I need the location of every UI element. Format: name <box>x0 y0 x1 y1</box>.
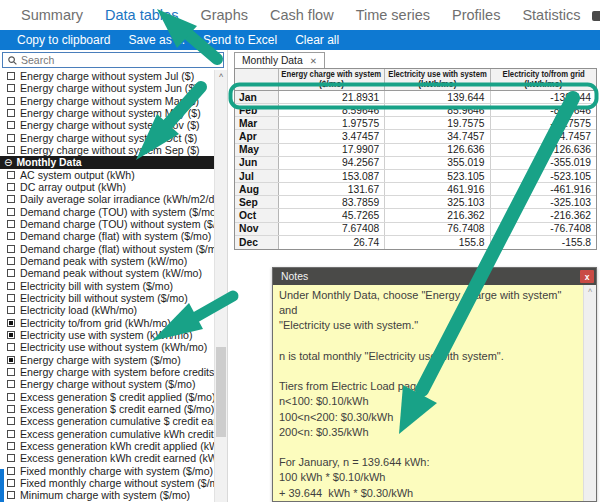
checkbox[interactable] <box>7 343 15 351</box>
save-as-button[interactable]: Save as ... <box>119 33 194 47</box>
checkbox[interactable] <box>7 491 15 499</box>
list-scrollbar[interactable]: ˄ <box>214 70 227 502</box>
list-item[interactable]: Excess generation cumulative kWh credit … <box>0 428 214 440</box>
list-item[interactable]: Energy charge without system ($/mo) <box>0 378 214 390</box>
list-item[interactable]: Energy charge with system ($/mo) <box>0 354 214 366</box>
notes-text-area[interactable]: Under Monthly Data, choose "Energy charg… <box>273 285 583 501</box>
menu-data-tables[interactable]: Data tables <box>94 7 189 23</box>
copy-to-clipboard-button[interactable]: Copy to clipboard <box>8 33 119 47</box>
menu-graphs[interactable]: Graphs <box>189 7 259 23</box>
list-item-label: Energy charge with system ($/mo) <box>20 354 181 366</box>
list-item[interactable]: Energy charge without system Nov ($) <box>0 119 214 131</box>
checkbox[interactable] <box>7 282 15 290</box>
list-item[interactable]: Demand peak with system (kW/mo) <box>0 255 214 267</box>
checkbox[interactable] <box>7 306 15 314</box>
list-item[interactable]: Minimum charge with system ($/mo) <box>0 489 214 501</box>
tab-monthly-data[interactable]: Monthly Data ✕ <box>234 52 325 68</box>
notes-scrollbar[interactable]: ˄ <box>583 285 596 501</box>
monthly-data-table[interactable]: Energy charge with system ($/mo) Electri… <box>234 68 597 250</box>
checkbox[interactable] <box>7 479 15 487</box>
checkbox[interactable] <box>7 294 15 302</box>
checkbox[interactable] <box>7 430 15 438</box>
menu-summary[interactable]: Summary <box>10 7 94 23</box>
list-item[interactable]: Excess generation $ credit applied ($/mo… <box>0 391 214 403</box>
checkbox[interactable] <box>7 97 15 105</box>
menu-time-series[interactable]: Time series <box>345 7 441 23</box>
checkbox[interactable] <box>7 245 15 253</box>
list-item[interactable]: Electricity load (kWh/mo) <box>0 304 214 316</box>
checkbox[interactable] <box>7 72 15 80</box>
list-item[interactable]: Demand peak without system (kW/mo) <box>0 267 214 279</box>
scroll-up-icon[interactable]: ˄ <box>215 70 227 82</box>
menu-profiles[interactable]: Profiles <box>441 7 511 23</box>
list-item[interactable]: Energy charge without system Sep ($) <box>0 144 214 156</box>
list-item[interactable]: Demand charge (flat) without system ($/m… <box>0 243 214 255</box>
list-item[interactable]: Electricity bill without system ($/mo) <box>0 292 214 304</box>
menu-cash-flow[interactable]: Cash flow <box>259 7 345 23</box>
clear-all-button[interactable]: Clear all <box>286 33 348 47</box>
checkbox[interactable] <box>7 146 15 154</box>
scroll-up-icon[interactable]: ˄ <box>584 285 596 297</box>
list-item[interactable]: Energy charge without system Jun ($) <box>0 82 214 94</box>
list-item[interactable]: Fixed monthly charge with system ($/mo) <box>0 465 214 477</box>
list-item[interactable]: Energy charge without system May ($) <box>0 107 214 119</box>
list-item[interactable]: DC array output (kWh) <box>0 181 214 193</box>
checkbox[interactable] <box>7 134 15 142</box>
list-item[interactable]: Electricity use with system (kWh/mo) <box>0 329 214 341</box>
list-item[interactable]: Electricity to/from grid (kWh/mo) <box>0 317 214 329</box>
list-item[interactable]: Demand charge (TOU) without system ($/mo… <box>0 218 214 230</box>
menu-statistics[interactable]: Statistics <box>511 7 591 23</box>
list-item[interactable]: Daily average solar irradiance (kWh/m2/d… <box>0 193 214 205</box>
variable-list[interactable]: Energy charge without system Jul ($) Ene… <box>0 70 214 502</box>
checkbox[interactable] <box>7 183 15 191</box>
list-item[interactable]: Electricity bill with system ($/mo) <box>0 280 214 292</box>
checkbox[interactable] <box>7 220 15 228</box>
search-box[interactable] <box>2 52 224 68</box>
checkbox[interactable] <box>7 121 15 129</box>
checkbox[interactable] <box>7 257 15 265</box>
checkbox[interactable] <box>7 331 15 339</box>
checkbox[interactable] <box>7 380 15 388</box>
list-item[interactable]: Demand charge (TOU) with system ($/mo) <box>0 206 214 218</box>
list-item[interactable]: Demand charge (flat) with system ($/mo) <box>0 230 214 242</box>
list-item[interactable]: Fixed monthly charge without system ($/m… <box>0 477 214 489</box>
checkbox[interactable] <box>7 393 15 401</box>
checkbox[interactable] <box>7 368 15 376</box>
checkbox[interactable] <box>7 454 15 462</box>
checkbox[interactable] <box>7 405 15 413</box>
checkbox[interactable] <box>7 319 15 327</box>
search-input[interactable] <box>21 54 223 66</box>
tab-close-icon[interactable]: ✕ <box>310 56 317 66</box>
list-item[interactable]: Energy charge without system Mar ($) <box>0 95 214 107</box>
list-item[interactable]: Electricity use without system (kWh/mo) <box>0 341 214 353</box>
cell-electricity-grid: -76.7408 <box>491 223 596 235</box>
list-item[interactable]: Excess generation kWh credit applied (kW… <box>0 440 214 452</box>
checkbox[interactable] <box>7 467 15 475</box>
checkbox[interactable] <box>7 171 15 179</box>
collapse-icon[interactable]: ⊖ <box>4 157 12 168</box>
checkbox[interactable] <box>7 269 15 277</box>
list-item[interactable]: AC system output (kWh) <box>0 169 214 181</box>
scrollbar-thumb[interactable] <box>216 347 226 437</box>
list-item[interactable]: Energy charge with system before credits… <box>0 366 214 378</box>
checkbox[interactable] <box>7 417 15 425</box>
list-item[interactable]: Excess generation kWh credit earned (kWh… <box>0 452 214 464</box>
notes-close-button[interactable]: x <box>580 270 594 283</box>
checkbox[interactable] <box>7 109 15 117</box>
notes-titlebar[interactable]: Notes x <box>273 268 596 285</box>
row-header-month: Dec <box>235 236 279 249</box>
checkbox[interactable] <box>7 208 15 216</box>
notes-line: 100<n<200: $0.30/kWh <box>279 410 579 425</box>
section-header-monthly-data[interactable]: ⊖ Monthly Data <box>0 156 214 168</box>
checkbox[interactable] <box>7 232 15 240</box>
list-item[interactable]: Excess generation $ credit earned ($/mo) <box>0 403 214 415</box>
list-item[interactable]: Energy charge without system Oct ($) <box>0 132 214 144</box>
checkbox[interactable] <box>7 356 15 364</box>
list-item-label: Energy charge without system ($/mo) <box>20 378 195 390</box>
checkbox[interactable] <box>7 84 15 92</box>
list-item[interactable]: Excess generation cumulative $ credit ea… <box>0 415 214 427</box>
checkbox[interactable] <box>7 195 15 203</box>
checkbox[interactable] <box>7 442 15 450</box>
list-item[interactable]: Energy charge without system Jul ($) <box>0 70 214 82</box>
send-to-excel-button[interactable]: Send to Excel <box>194 33 286 47</box>
